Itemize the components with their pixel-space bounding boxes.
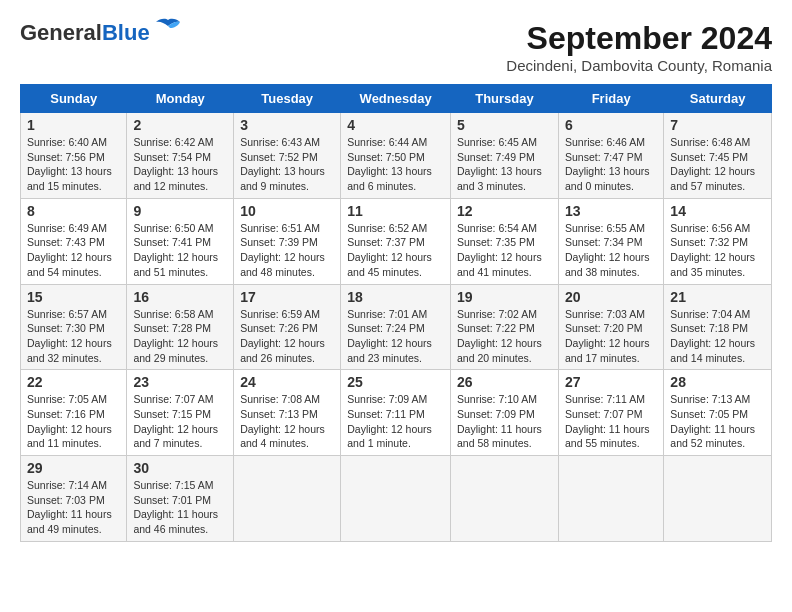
day-number: 20 <box>565 289 657 305</box>
day-number: 27 <box>565 374 657 390</box>
table-row: 19Sunrise: 7:02 AM Sunset: 7:22 PM Dayli… <box>451 284 559 370</box>
table-row <box>558 456 663 542</box>
day-number: 30 <box>133 460 227 476</box>
day-info: Sunrise: 6:42 AM Sunset: 7:54 PM Dayligh… <box>133 136 218 192</box>
table-row: 6Sunrise: 6:46 AM Sunset: 7:47 PM Daylig… <box>558 113 663 199</box>
day-number: 16 <box>133 289 227 305</box>
page-title: September 2024 <box>506 20 772 57</box>
table-row: 23Sunrise: 7:07 AM Sunset: 7:15 PM Dayli… <box>127 370 234 456</box>
day-number: 24 <box>240 374 334 390</box>
logo-general-text: General <box>20 20 102 46</box>
table-row: 16Sunrise: 6:58 AM Sunset: 7:28 PM Dayli… <box>127 284 234 370</box>
table-row: 2Sunrise: 6:42 AM Sunset: 7:54 PM Daylig… <box>127 113 234 199</box>
day-info: Sunrise: 7:01 AM Sunset: 7:24 PM Dayligh… <box>347 308 432 364</box>
table-row: 13Sunrise: 6:55 AM Sunset: 7:34 PM Dayli… <box>558 198 663 284</box>
day-info: Sunrise: 6:57 AM Sunset: 7:30 PM Dayligh… <box>27 308 112 364</box>
day-info: Sunrise: 7:09 AM Sunset: 7:11 PM Dayligh… <box>347 393 432 449</box>
logo: General Blue <box>20 20 182 46</box>
day-info: Sunrise: 6:56 AM Sunset: 7:32 PM Dayligh… <box>670 222 755 278</box>
table-row: 11Sunrise: 6:52 AM Sunset: 7:37 PM Dayli… <box>341 198 451 284</box>
day-info: Sunrise: 6:51 AM Sunset: 7:39 PM Dayligh… <box>240 222 325 278</box>
table-row: 26Sunrise: 7:10 AM Sunset: 7:09 PM Dayli… <box>451 370 559 456</box>
table-row: 4Sunrise: 6:44 AM Sunset: 7:50 PM Daylig… <box>341 113 451 199</box>
day-info: Sunrise: 7:14 AM Sunset: 7:03 PM Dayligh… <box>27 479 112 535</box>
day-number: 1 <box>27 117 120 133</box>
day-info: Sunrise: 7:03 AM Sunset: 7:20 PM Dayligh… <box>565 308 650 364</box>
day-info: Sunrise: 6:59 AM Sunset: 7:26 PM Dayligh… <box>240 308 325 364</box>
table-row: 15Sunrise: 6:57 AM Sunset: 7:30 PM Dayli… <box>21 284 127 370</box>
table-row: 20Sunrise: 7:03 AM Sunset: 7:20 PM Dayli… <box>558 284 663 370</box>
day-info: Sunrise: 6:55 AM Sunset: 7:34 PM Dayligh… <box>565 222 650 278</box>
day-number: 28 <box>670 374 765 390</box>
table-row: 9Sunrise: 6:50 AM Sunset: 7:41 PM Daylig… <box>127 198 234 284</box>
table-row: 12Sunrise: 6:54 AM Sunset: 7:35 PM Dayli… <box>451 198 559 284</box>
day-number: 25 <box>347 374 444 390</box>
day-number: 14 <box>670 203 765 219</box>
day-number: 19 <box>457 289 552 305</box>
day-number: 13 <box>565 203 657 219</box>
day-number: 12 <box>457 203 552 219</box>
day-number: 29 <box>27 460 120 476</box>
day-number: 5 <box>457 117 552 133</box>
day-info: Sunrise: 7:02 AM Sunset: 7:22 PM Dayligh… <box>457 308 542 364</box>
day-info: Sunrise: 7:10 AM Sunset: 7:09 PM Dayligh… <box>457 393 542 449</box>
day-number: 23 <box>133 374 227 390</box>
day-number: 10 <box>240 203 334 219</box>
day-number: 3 <box>240 117 334 133</box>
day-info: Sunrise: 7:04 AM Sunset: 7:18 PM Dayligh… <box>670 308 755 364</box>
table-row: 10Sunrise: 6:51 AM Sunset: 7:39 PM Dayli… <box>234 198 341 284</box>
day-info: Sunrise: 7:11 AM Sunset: 7:07 PM Dayligh… <box>565 393 650 449</box>
table-row: 29Sunrise: 7:14 AM Sunset: 7:03 PM Dayli… <box>21 456 127 542</box>
table-row: 3Sunrise: 6:43 AM Sunset: 7:52 PM Daylig… <box>234 113 341 199</box>
table-row: 30Sunrise: 7:15 AM Sunset: 7:01 PM Dayli… <box>127 456 234 542</box>
table-row: 21Sunrise: 7:04 AM Sunset: 7:18 PM Dayli… <box>664 284 772 370</box>
col-tuesday: Tuesday <box>234 85 341 113</box>
day-number: 6 <box>565 117 657 133</box>
day-info: Sunrise: 6:58 AM Sunset: 7:28 PM Dayligh… <box>133 308 218 364</box>
table-row: 7Sunrise: 6:48 AM Sunset: 7:45 PM Daylig… <box>664 113 772 199</box>
day-number: 18 <box>347 289 444 305</box>
day-number: 4 <box>347 117 444 133</box>
logo-blue-text: Blue <box>102 20 150 46</box>
day-info: Sunrise: 7:07 AM Sunset: 7:15 PM Dayligh… <box>133 393 218 449</box>
day-info: Sunrise: 6:46 AM Sunset: 7:47 PM Dayligh… <box>565 136 650 192</box>
col-wednesday: Wednesday <box>341 85 451 113</box>
table-row: 1Sunrise: 6:40 AM Sunset: 7:56 PM Daylig… <box>21 113 127 199</box>
table-row: 27Sunrise: 7:11 AM Sunset: 7:07 PM Dayli… <box>558 370 663 456</box>
day-info: Sunrise: 6:49 AM Sunset: 7:43 PM Dayligh… <box>27 222 112 278</box>
day-info: Sunrise: 7:13 AM Sunset: 7:05 PM Dayligh… <box>670 393 755 449</box>
table-row: 25Sunrise: 7:09 AM Sunset: 7:11 PM Dayli… <box>341 370 451 456</box>
day-number: 26 <box>457 374 552 390</box>
calendar-table: Sunday Monday Tuesday Wednesday Thursday… <box>20 84 772 542</box>
table-row: 14Sunrise: 6:56 AM Sunset: 7:32 PM Dayli… <box>664 198 772 284</box>
calendar-body: 1Sunrise: 6:40 AM Sunset: 7:56 PM Daylig… <box>21 113 772 542</box>
table-row: 8Sunrise: 6:49 AM Sunset: 7:43 PM Daylig… <box>21 198 127 284</box>
day-info: Sunrise: 6:45 AM Sunset: 7:49 PM Dayligh… <box>457 136 542 192</box>
page-header: General Blue September 2024 Decindeni, D… <box>20 20 772 74</box>
col-thursday: Thursday <box>451 85 559 113</box>
table-row <box>341 456 451 542</box>
day-info: Sunrise: 6:52 AM Sunset: 7:37 PM Dayligh… <box>347 222 432 278</box>
page-subtitle: Decindeni, Dambovita County, Romania <box>506 57 772 74</box>
col-friday: Friday <box>558 85 663 113</box>
table-row: 22Sunrise: 7:05 AM Sunset: 7:16 PM Dayli… <box>21 370 127 456</box>
day-info: Sunrise: 7:05 AM Sunset: 7:16 PM Dayligh… <box>27 393 112 449</box>
table-row: 5Sunrise: 6:45 AM Sunset: 7:49 PM Daylig… <box>451 113 559 199</box>
day-number: 8 <box>27 203 120 219</box>
day-info: Sunrise: 6:43 AM Sunset: 7:52 PM Dayligh… <box>240 136 325 192</box>
day-number: 22 <box>27 374 120 390</box>
day-info: Sunrise: 7:08 AM Sunset: 7:13 PM Dayligh… <box>240 393 325 449</box>
day-info: Sunrise: 6:44 AM Sunset: 7:50 PM Dayligh… <box>347 136 432 192</box>
day-number: 2 <box>133 117 227 133</box>
table-row: 18Sunrise: 7:01 AM Sunset: 7:24 PM Dayli… <box>341 284 451 370</box>
day-info: Sunrise: 6:54 AM Sunset: 7:35 PM Dayligh… <box>457 222 542 278</box>
day-number: 21 <box>670 289 765 305</box>
table-row <box>234 456 341 542</box>
table-row <box>664 456 772 542</box>
calendar-header: Sunday Monday Tuesday Wednesday Thursday… <box>21 85 772 113</box>
title-block: September 2024 Decindeni, Dambovita Coun… <box>506 20 772 74</box>
col-monday: Monday <box>127 85 234 113</box>
day-number: 11 <box>347 203 444 219</box>
col-sunday: Sunday <box>21 85 127 113</box>
day-number: 7 <box>670 117 765 133</box>
